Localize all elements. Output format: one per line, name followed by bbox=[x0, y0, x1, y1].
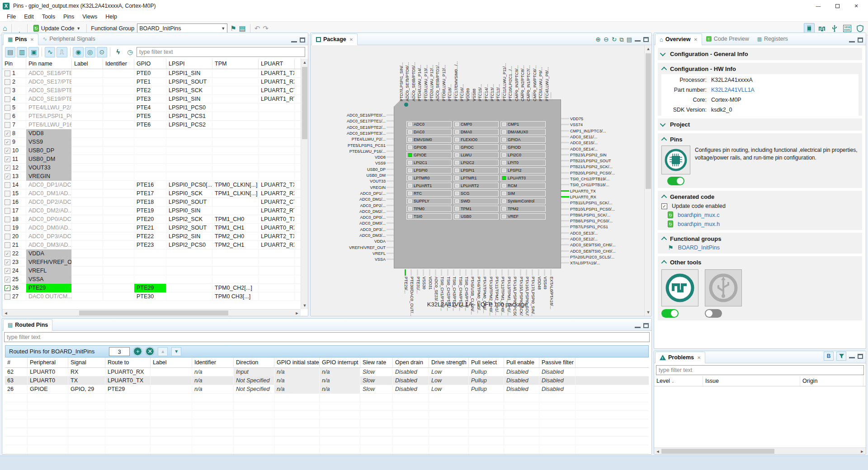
table-row[interactable]: 5PTE4/LLWU_P2/...PTE4LPSPI1_PCS0 bbox=[2, 103, 308, 112]
peripheral-block-lpi2c2[interactable]: LPI2C2 bbox=[453, 160, 499, 166]
menu-item-pins[interactable]: Pins bbox=[59, 13, 78, 21]
flag-icon[interactable]: ⚑ bbox=[230, 25, 236, 32]
maximize-window-button[interactable] bbox=[828, 1, 846, 11]
show-unrouted-icon[interactable]: ⊙ bbox=[97, 47, 107, 57]
pin-label-left[interactable]: ADC0_SE16/PTE0/... bbox=[318, 113, 386, 118]
pin-label-bottom[interactable]: PTA7/TPM0_CH4/... bbox=[482, 277, 487, 316]
pin-label-top[interactable]: PTC15/... bbox=[478, 51, 482, 101]
pin-label-top[interactable]: PTC11/LLWU_P11/... bbox=[502, 51, 507, 101]
maximize-panel-icon[interactable] bbox=[643, 323, 649, 328]
section-general-info[interactable]: Configuration - General Info bbox=[658, 48, 862, 60]
pin-label-left[interactable]: VREGIN bbox=[318, 185, 386, 190]
pin-label-bottom[interactable]: PTA13/TPM1_CH1/... bbox=[507, 277, 511, 316]
chevron-up-icon[interactable] bbox=[661, 237, 667, 243]
pin-label-bottom[interactable]: TSI0_CH4/PTA3/... bbox=[458, 277, 463, 316]
problems-horizontal-scrollbar[interactable]: ◄ ► bbox=[654, 447, 866, 454]
minimize-window-button[interactable]: — bbox=[809, 1, 827, 11]
column-header-passive-filter[interactable]: Passive filter bbox=[539, 357, 576, 367]
pin-label-left[interactable]: ADC0_SE17/PTE1/... bbox=[318, 119, 386, 123]
power-pins-icon[interactable]: ϟ bbox=[113, 47, 123, 57]
filter-timer-icon[interactable]: ◷ bbox=[125, 47, 135, 57]
pin-checkbox[interactable] bbox=[5, 225, 10, 231]
column-header-label[interactable]: Label bbox=[151, 357, 192, 367]
peripheral-block-lpuart2[interactable]: LPUART2 bbox=[453, 183, 499, 189]
pin-checkbox[interactable]: ✓ bbox=[5, 131, 10, 136]
pin-checkbox[interactable] bbox=[5, 294, 10, 300]
peripheral-block-tsi0[interactable]: TSI0 bbox=[406, 213, 452, 220]
pin-label-right[interactable]: LPUART0_TX bbox=[570, 189, 646, 193]
pin-label-bottom[interactable]: PTA14/LPSPI0_PCS0/... bbox=[513, 277, 517, 316]
pin-label-right[interactable]: TSI0_CH11/PTB18/... bbox=[570, 183, 646, 187]
zoom-in-icon[interactable]: ⊕ bbox=[595, 36, 601, 42]
pin-label-top[interactable]: VSS88 bbox=[472, 51, 476, 101]
shield-icon[interactable] bbox=[854, 23, 865, 34]
tab-peripheral-signals[interactable]: ∿ Peripheral Signals bbox=[38, 33, 99, 45]
peripheral-block-cmp0[interactable]: CMP0 bbox=[453, 121, 499, 127]
tab-problems[interactable]: ! Problems ✕ bbox=[655, 352, 705, 363]
column-header-open-drain[interactable]: Open drain bbox=[393, 357, 429, 367]
file-link-pin-mux-c[interactable]: ↻ board\pin_mux.c bbox=[661, 209, 859, 218]
peripheral-block-vref[interactable]: VREF bbox=[500, 213, 546, 220]
pin-checkbox[interactable]: ✓ bbox=[5, 277, 10, 282]
table-row[interactable]: 3ADC0_SE18/PTE...PTE2LPSPI1_SCKLPUART1_C… bbox=[2, 86, 308, 95]
pin-checkbox[interactable] bbox=[5, 208, 10, 214]
routed-count-input[interactable]: 3 bbox=[109, 347, 130, 356]
pin-label-right[interactable]: ADC0_SE15/... bbox=[570, 141, 646, 145]
peripheral-block-rcm[interactable]: RCM bbox=[500, 183, 546, 189]
peripheral-block-sim[interactable]: SIM bbox=[500, 190, 546, 197]
section-generated-code[interactable]: Generated code ✓ Update code enabled ↻ b… bbox=[658, 191, 862, 230]
pin-checkbox[interactable] bbox=[5, 88, 10, 94]
column-header-drive-strength[interactable]: Drive strength bbox=[429, 357, 469, 367]
table-row[interactable]: ✓22VDDA bbox=[2, 249, 308, 258]
pin-checkbox[interactable] bbox=[5, 182, 10, 188]
column-header-gpio-initial-state[interactable]: GPIO initial state bbox=[274, 357, 320, 367]
pin-label-top[interactable]: PTD2/LLWU_P12/... bbox=[429, 51, 434, 101]
pin-label-top[interactable]: PTD7/LPSPI1_SIN/... bbox=[399, 51, 404, 101]
peripheral-block-lpspi1[interactable]: LPSPI1 bbox=[453, 167, 499, 174]
peripheral-block-lpi2c1[interactable]: LPI2C1 bbox=[406, 160, 452, 166]
routed-pin-row[interactable]: 26GPIOEGPIO, 29PTE29n/aNot Specifiedn/an… bbox=[5, 385, 649, 394]
section-functional-groups[interactable]: Functional groups ⚑ BOARD_InitPins bbox=[658, 233, 862, 254]
peripheral-block-emvsim0[interactable]: EMVSIM0 bbox=[406, 136, 452, 143]
copy-package-icon[interactable]: ⧉ bbox=[619, 37, 623, 42]
tab-package[interactable]: Package ✕ bbox=[311, 33, 358, 45]
pin-label-left[interactable]: VREFH/VREF_OUT bbox=[318, 245, 386, 250]
pin-label-right[interactable]: ADC0_SE14/... bbox=[570, 147, 646, 151]
close-icon[interactable]: ✕ bbox=[697, 355, 701, 360]
column-header-gpio-interrupt[interactable]: GPIO interrupt bbox=[320, 357, 360, 367]
bookmark-filter-icon[interactable]: B bbox=[824, 352, 834, 361]
peripherals-tool-toggle[interactable] bbox=[705, 309, 722, 318]
minimize-panel-icon[interactable] bbox=[849, 38, 855, 42]
pin-label-bottom[interactable]: PTE29/... bbox=[404, 277, 408, 316]
pin-checkbox[interactable] bbox=[5, 234, 10, 240]
table-row[interactable]: ✓8VDD8 bbox=[2, 129, 308, 138]
pin-label-right[interactable]: VSS74 bbox=[570, 122, 646, 127]
table-row[interactable]: 27DAC0 OUT/CM...PTE30TPM0 CH3[...] bbox=[2, 292, 308, 301]
column-header-level[interactable]: Level ⌄ bbox=[654, 376, 703, 386]
column-header-lpuart[interactable]: LPUART bbox=[259, 59, 295, 69]
pin-label-left[interactable]: PTE5/LPSPI1_PCS1 bbox=[318, 143, 386, 148]
view-package-pins-icon[interactable]: ▤ bbox=[5, 47, 15, 57]
peripheral-block-gpioe[interactable]: GPIOE bbox=[406, 152, 452, 158]
column-header-pin-name[interactable]: Pin name bbox=[26, 59, 72, 69]
pin-label-right[interactable]: PTB21/LPSPI2_SCK/... bbox=[570, 164, 646, 169]
pin-checkbox[interactable]: ✓ bbox=[5, 139, 10, 145]
table-row[interactable]: ✓24VREFL bbox=[2, 267, 308, 275]
pin-label-bottom[interactable]: PTE31/... bbox=[416, 277, 420, 316]
pin-label-bottom[interactable]: VDD31 bbox=[428, 277, 433, 316]
minimize-panel-icon[interactable] bbox=[849, 354, 855, 358]
pin-checkbox[interactable] bbox=[5, 105, 10, 111]
registers-icon[interactable]: 10100101 bbox=[842, 23, 853, 34]
column-header-identifier[interactable]: Identifier bbox=[103, 59, 134, 69]
table-row[interactable]: 20ADC0_DP3/ADC...PTE22LPSPI2_SINTPM2_CH0… bbox=[2, 232, 308, 241]
pin-label-left[interactable]: ADC0_DM1/... bbox=[318, 197, 386, 202]
peripheral-block-lpi2c0[interactable]: LPI2C0 bbox=[500, 152, 546, 158]
pins-tool-tile[interactable] bbox=[661, 146, 690, 174]
section-project[interactable]: Project bbox=[658, 118, 862, 131]
tab-code-preview[interactable]: c Code Preview bbox=[702, 33, 753, 45]
column-header-pull-enable[interactable]: Pull enable bbox=[504, 357, 539, 367]
chevron-up-icon[interactable] bbox=[661, 67, 667, 73]
peripheral-block-scg[interactable]: SCG bbox=[453, 190, 499, 197]
peripheral-block-rtc[interactable]: RTC bbox=[406, 190, 452, 197]
pin-label-left[interactable]: USB0_DP bbox=[318, 167, 386, 172]
